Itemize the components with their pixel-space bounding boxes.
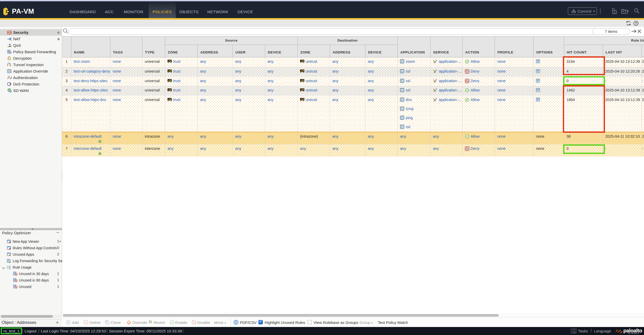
svg-text:QoS: QoS: [7, 45, 11, 47]
svg-text:?: ?: [635, 21, 637, 25]
